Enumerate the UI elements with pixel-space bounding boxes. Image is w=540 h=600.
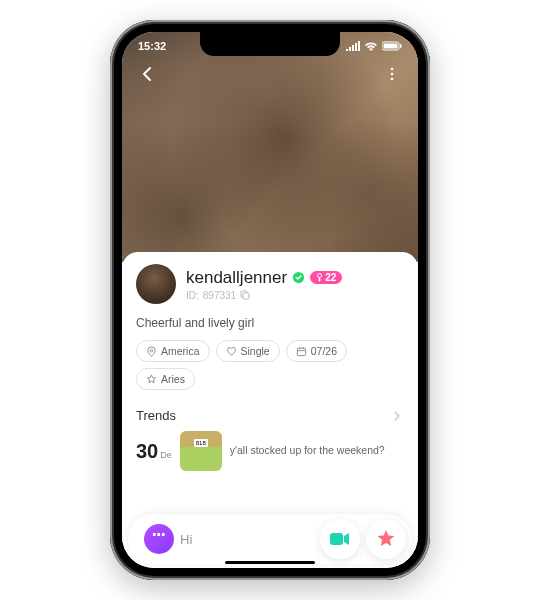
notch [200,32,340,56]
tag-list: America Single 07/26 Aries [136,340,404,390]
favorite-button[interactable] [366,519,406,559]
bio-text: Cheerful and lively girl [136,316,404,330]
svg-point-5 [391,78,394,81]
id-label: ID: [186,290,199,301]
heart-icon [226,346,237,357]
profile-content: kendalljenner 22 ID: 897331 Cheerful an [122,252,418,568]
verified-icon [292,271,305,284]
trend-text: y'all stocked up for the weekend? [230,444,404,458]
location-icon [146,346,157,357]
svg-rect-1 [384,44,398,49]
name-row: kendalljenner 22 [186,268,342,288]
profile-header: kendalljenner 22 ID: 897331 [136,264,404,304]
username: kendalljenner [186,268,287,288]
svg-rect-2 [400,44,402,48]
say-hi-button[interactable]: Hi [134,518,314,560]
id-value: 897331 [203,290,236,301]
svg-point-7 [318,274,322,278]
wifi-icon [364,41,378,51]
battery-icon [382,41,402,51]
copy-icon[interactable] [240,290,250,300]
trend-thumbnail [180,431,222,471]
tag-location-label: America [161,345,200,357]
action-bar: Hi [128,514,412,564]
back-arrow-icon [138,64,158,84]
more-button[interactable] [380,62,404,86]
video-icon [329,531,351,547]
trend-month: De [160,450,172,460]
avatar[interactable] [136,264,176,304]
phone-frame: 15:32 kendalljenn [110,20,430,580]
back-button[interactable] [136,62,160,86]
chat-icon [144,524,174,554]
tag-location[interactable]: America [136,340,210,362]
video-call-button[interactable] [320,519,360,559]
tag-birthday[interactable]: 07/26 [286,340,347,362]
status-time: 15:32 [138,40,166,52]
calendar-icon [296,346,307,357]
home-indicator[interactable] [225,561,315,564]
hi-label: Hi [180,532,192,547]
trend-item[interactable]: 30 De y'all stocked up for the weekend? [136,431,404,471]
tag-birthday-label: 07/26 [311,345,337,357]
svg-point-3 [391,68,394,71]
svg-rect-11 [297,348,305,355]
profile-hero-photo[interactable] [122,32,418,262]
tag-relationship-label: Single [241,345,270,357]
age-value: 22 [325,272,336,283]
more-vertical-icon [384,66,400,82]
top-nav [122,62,418,86]
chevron-right-icon [392,410,402,422]
svg-rect-12 [330,533,343,545]
svg-rect-9 [243,293,249,299]
svg-point-4 [391,73,394,76]
star-fill-icon [375,528,397,550]
tag-zodiac[interactable]: Aries [136,368,195,390]
female-icon [316,273,323,282]
svg-point-10 [150,349,152,351]
age-badge: 22 [310,271,342,284]
tag-zodiac-label: Aries [161,373,185,385]
trend-date: 30 De [136,440,172,463]
signal-icon [346,41,360,51]
trend-day: 30 [136,440,158,463]
star-icon [146,374,157,385]
screen: 15:32 kendalljenn [122,32,418,568]
id-row: ID: 897331 [186,290,342,301]
trends-header[interactable]: Trends [136,408,404,423]
trends-title: Trends [136,408,176,423]
status-indicators [346,41,402,51]
tag-relationship[interactable]: Single [216,340,280,362]
